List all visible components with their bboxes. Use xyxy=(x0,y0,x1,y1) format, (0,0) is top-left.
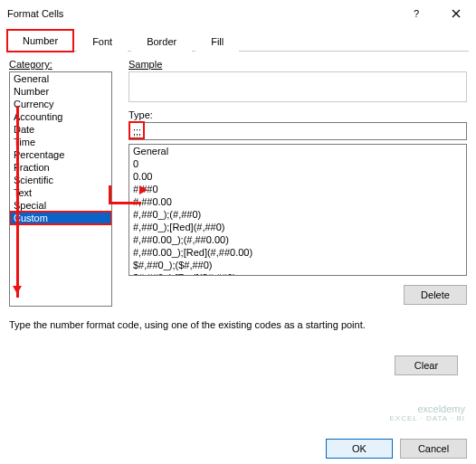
ok-button[interactable]: OK xyxy=(326,439,393,459)
hint-text: Type the number format code, using one o… xyxy=(9,319,467,330)
list-item[interactable]: 0 xyxy=(129,157,466,170)
clear-button[interactable]: Clear xyxy=(395,355,458,375)
list-item[interactable]: #,##0 xyxy=(129,183,466,195)
close-button[interactable] xyxy=(436,0,476,27)
list-item-selected[interactable]: Custom xyxy=(10,212,111,224)
list-item[interactable]: #,##0.00_);(#,##0.00) xyxy=(129,233,466,246)
list-item[interactable]: Currency xyxy=(10,98,111,110)
watermark: exceldemy EXCEL · DATA · BI xyxy=(389,403,465,422)
tab-fill[interactable]: Fill xyxy=(195,31,239,52)
tab-number[interactable]: Number xyxy=(7,30,73,52)
category-label: Category: xyxy=(9,59,112,70)
list-item[interactable]: Text xyxy=(10,186,111,199)
list-item[interactable]: Scientific xyxy=(10,174,111,186)
list-item[interactable]: Special xyxy=(10,199,111,212)
titlebar: Format Cells ? xyxy=(0,0,476,27)
category-listbox[interactable]: General Number Currency Accounting Date … xyxy=(9,71,112,307)
dialog-title: Format Cells xyxy=(7,8,396,19)
annotation-arrow-head xyxy=(139,185,152,194)
delete-button[interactable]: Delete xyxy=(404,285,467,305)
annotation-arrow-down xyxy=(16,106,19,298)
format-code-listbox[interactable]: General 0 0.00 #,##0 #,##0.00 #,##0_);(#… xyxy=(129,144,467,276)
annotation-arrow-segment xyxy=(109,202,141,204)
cancel-button[interactable]: Cancel xyxy=(400,439,467,459)
list-item[interactable]: $#,##0_);($#,##0) xyxy=(129,259,466,271)
watermark-brand: exceldemy xyxy=(389,403,465,414)
list-item[interactable]: General xyxy=(129,145,466,157)
type-input[interactable] xyxy=(129,122,467,140)
list-item[interactable]: Accounting xyxy=(10,110,111,123)
list-item[interactable]: Time xyxy=(10,136,111,148)
list-item[interactable]: #,##0.00 xyxy=(129,195,466,208)
close-icon xyxy=(452,9,461,18)
tab-border[interactable]: Border xyxy=(131,31,192,52)
list-item[interactable]: #,##0_);(#,##0) xyxy=(129,208,466,221)
list-item[interactable]: #,##0_);[Red](#,##0) xyxy=(129,221,466,233)
watermark-tag: EXCEL · DATA · BI xyxy=(389,414,465,422)
list-item[interactable]: $#,##0_);[Red]($#,##0) xyxy=(129,271,466,276)
sample-label: Sample xyxy=(129,59,467,70)
list-item[interactable]: Fraction xyxy=(10,161,111,174)
annotation-arrow-segment xyxy=(109,185,111,204)
sample-preview xyxy=(129,71,467,102)
list-item[interactable]: Number xyxy=(10,85,111,98)
tab-strip: Number Font Border Fill xyxy=(7,29,469,52)
list-item[interactable]: Percentage xyxy=(10,148,111,161)
list-item[interactable]: #,##0.00_);[Red](#,##0.00) xyxy=(129,246,466,259)
list-item[interactable]: Date xyxy=(10,123,111,136)
tab-font[interactable]: Font xyxy=(77,31,128,52)
type-label: Type: xyxy=(129,109,467,120)
list-item[interactable]: 0.00 xyxy=(129,170,466,183)
help-button[interactable]: ? xyxy=(396,0,436,27)
list-item[interactable]: General xyxy=(10,72,111,85)
dialog-buttons: OK Cancel xyxy=(326,439,467,459)
